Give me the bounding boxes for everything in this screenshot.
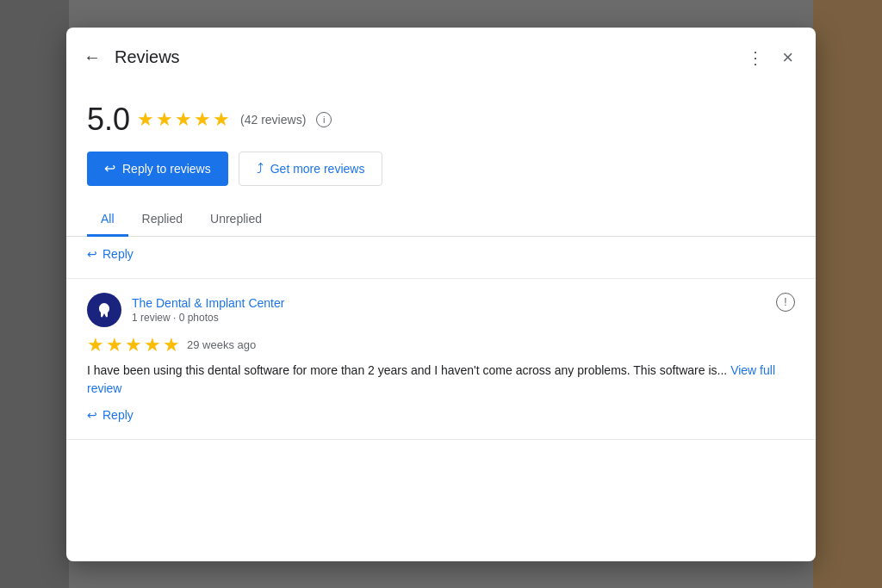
flag-button[interactable]: ! bbox=[776, 293, 795, 312]
action-buttons-row: ↩ Reply to reviews ⤴ Get more reviews bbox=[87, 152, 795, 186]
reply-label-review: Reply bbox=[102, 408, 134, 422]
review-time: 29 weeks ago bbox=[187, 338, 256, 351]
reply-button-top[interactable]: ↩ Reply bbox=[87, 244, 134, 264]
reply-to-reviews-label: Reply to reviews bbox=[122, 162, 211, 176]
get-more-reviews-button[interactable]: ⤴ Get more reviews bbox=[239, 152, 383, 186]
star-5: ★ bbox=[213, 108, 230, 131]
avatar-icon bbox=[92, 298, 116, 322]
close-icon: × bbox=[782, 46, 793, 69]
reply-arrow-icon-2: ↩ bbox=[87, 408, 97, 422]
reply-button-review[interactable]: ↩ Reply bbox=[87, 405, 134, 425]
header-actions: ⋮ × bbox=[742, 41, 798, 74]
flag-icon-symbol: ! bbox=[784, 296, 786, 308]
star-3: ★ bbox=[175, 108, 192, 131]
reply-to-reviews-button[interactable]: ↩ Reply to reviews bbox=[87, 152, 228, 186]
review-partial-item: ↩ Reply bbox=[66, 237, 816, 279]
screen-background: Reviews ⋮ × 5.0 ★ ★ ★ ★ ★ bbox=[0, 0, 882, 588]
rating-section: 5.0 ★ ★ ★ ★ ★ (42 reviews) i ↩ Reply to … bbox=[66, 88, 816, 203]
reviews-modal: Reviews ⋮ × 5.0 ★ ★ ★ ★ ★ bbox=[66, 28, 816, 561]
tabs-row: All Replied Unreplied bbox=[66, 203, 816, 237]
tab-unreplied[interactable]: Unreplied bbox=[196, 203, 276, 237]
rating-score: 5.0 bbox=[87, 102, 130, 138]
review-star-5: ★ bbox=[163, 334, 180, 356]
star-2: ★ bbox=[156, 108, 173, 131]
star-4: ★ bbox=[194, 108, 211, 131]
get-more-reviews-label: Get more reviews bbox=[270, 162, 365, 176]
close-button[interactable]: × bbox=[777, 41, 798, 74]
review-star-rating: ★ ★ ★ ★ ★ bbox=[87, 334, 180, 356]
reply-label-top: Reply bbox=[102, 247, 134, 261]
star-1: ★ bbox=[137, 108, 154, 131]
bg-left-panel bbox=[0, 0, 69, 588]
review-text: I have been using this dental software f… bbox=[87, 362, 795, 398]
back-button[interactable] bbox=[84, 44, 108, 71]
review-star-3: ★ bbox=[125, 334, 142, 356]
more-options-button[interactable]: ⋮ bbox=[742, 42, 770, 73]
review-count: (42 reviews) bbox=[240, 113, 306, 127]
modal-title: Reviews bbox=[115, 47, 742, 67]
review-star-2: ★ bbox=[106, 334, 123, 356]
tab-replied[interactable]: Replied bbox=[128, 203, 196, 237]
reviews-list: ↩ Reply The Dental & I bbox=[66, 237, 816, 561]
reply-icon: ↩ bbox=[104, 160, 115, 176]
review-item: The Dental & Implant Center 1 review · 0… bbox=[66, 279, 816, 440]
rating-row: 5.0 ★ ★ ★ ★ ★ (42 reviews) i bbox=[87, 102, 795, 138]
info-icon[interactable]: i bbox=[316, 112, 332, 127]
back-arrow-icon bbox=[84, 47, 101, 67]
reviewer-name: The Dental & Implant Center bbox=[132, 296, 284, 310]
star-rating: ★ ★ ★ ★ ★ bbox=[137, 108, 230, 131]
modal-header: Reviews ⋮ × bbox=[66, 28, 816, 88]
share-icon: ⤴ bbox=[257, 161, 264, 176]
review-stars-row: ★ ★ ★ ★ ★ 29 weeks ago bbox=[87, 334, 795, 356]
tab-all[interactable]: All bbox=[87, 203, 128, 237]
review-star-1: ★ bbox=[87, 334, 104, 356]
reviewer-row: The Dental & Implant Center 1 review · 0… bbox=[87, 293, 795, 327]
more-options-icon: ⋮ bbox=[747, 47, 765, 68]
reply-arrow-icon: ↩ bbox=[87, 247, 97, 261]
reviewer-meta: 1 review · 0 photos bbox=[132, 312, 284, 324]
avatar bbox=[87, 293, 121, 327]
reviewer-details: The Dental & Implant Center 1 review · 0… bbox=[132, 296, 284, 324]
review-star-4: ★ bbox=[144, 334, 161, 356]
reviewer-info: The Dental & Implant Center 1 review · 0… bbox=[87, 293, 284, 327]
bg-right-panel bbox=[813, 0, 882, 588]
